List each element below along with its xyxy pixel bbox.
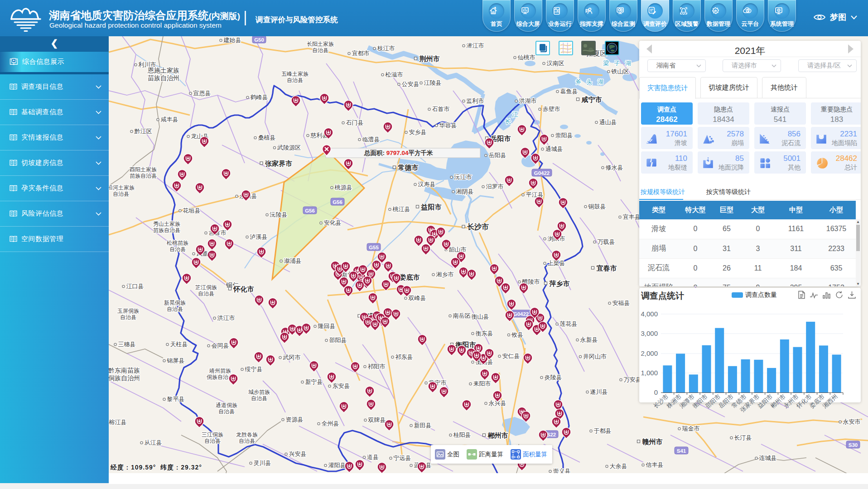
svg-text:4,000: 4,000 xyxy=(641,310,658,318)
svg-text:沅江市: 沅江市 xyxy=(454,174,472,180)
svg-text:娄底市: 娄底市 xyxy=(399,273,420,281)
svg-text:自治县: 自治县 xyxy=(113,191,129,197)
svg-text:自治县: 自治县 xyxy=(218,408,235,415)
svg-text:莲花县: 莲花县 xyxy=(560,320,578,327)
svg-text:靖州苗族: 靖州苗族 xyxy=(209,368,231,374)
svg-text:S30: S30 xyxy=(849,442,858,448)
svg-text:赤壁市: 赤壁市 xyxy=(543,106,560,112)
svg-text:自治县: 自治县 xyxy=(198,290,214,297)
svg-text:三江侗族: 三江侗族 xyxy=(202,431,223,438)
svg-text:遂川县: 遂川县 xyxy=(590,388,608,395)
svg-text:长沙市: 长沙市 xyxy=(467,223,489,231)
svg-text:松滋市: 松滋市 xyxy=(385,71,403,78)
svg-text:S41: S41 xyxy=(677,448,686,454)
svg-text:铜鼓县: 铜鼓县 xyxy=(588,203,606,210)
svg-text:汉南区: 汉南区 xyxy=(547,60,564,67)
svg-text:宜都市: 宜都市 xyxy=(352,50,370,57)
svg-text:嘉鱼县: 嘉鱼县 xyxy=(560,88,578,95)
svg-text:郴州市: 郴州市 xyxy=(487,431,508,439)
svg-text:江陵县: 江陵县 xyxy=(424,79,442,86)
svg-text:监利市: 监利市 xyxy=(467,97,484,104)
svg-text:泸溪县: 泸溪县 xyxy=(250,233,268,240)
svg-text:汉寿县: 汉寿县 xyxy=(418,181,436,188)
svg-text:三穗县: 三穗县 xyxy=(118,341,136,348)
svg-text:恩施土家族: 恩施土家族 xyxy=(147,67,179,74)
svg-text:自治县: 自治县 xyxy=(251,395,267,402)
svg-text:龙胜各族: 龙胜各族 xyxy=(236,431,258,438)
svg-text:G56: G56 xyxy=(333,199,342,205)
svg-text:通山县: 通山县 xyxy=(599,119,617,126)
svg-text:0: 0 xyxy=(654,388,658,396)
svg-text:天柱县: 天柱县 xyxy=(170,341,188,348)
svg-text:1,000: 1,000 xyxy=(641,369,658,377)
svg-text:华容县: 华容县 xyxy=(439,122,457,129)
svg-text:衡东县: 衡东县 xyxy=(476,330,493,337)
svg-text:崇义县: 崇义县 xyxy=(553,468,571,473)
svg-text:五峰土家族: 五峰土家族 xyxy=(281,71,309,77)
svg-text:桃江县: 桃江县 xyxy=(392,206,410,213)
svg-text:汨罗市: 汨罗市 xyxy=(486,183,504,190)
svg-text:G56: G56 xyxy=(305,208,315,213)
svg-text:安乡县: 安乡县 xyxy=(409,129,427,136)
svg-text:梁 子 湖: 梁 子 湖 xyxy=(603,60,633,67)
svg-text:常德市: 常德市 xyxy=(398,164,419,171)
svg-text:自治县: 自治县 xyxy=(204,438,221,444)
svg-text:韶山市: 韶山市 xyxy=(448,246,467,253)
svg-text:苗族自治县: 苗族自治县 xyxy=(130,173,157,179)
svg-text:萍乡市: 萍乡市 xyxy=(549,280,570,287)
svg-text:长汀县: 长汀县 xyxy=(734,434,752,441)
svg-text:石门县: 石门县 xyxy=(346,119,364,126)
svg-text:S22: S22 xyxy=(547,432,556,437)
svg-text:G55: G55 xyxy=(369,245,379,250)
svg-text:G0422: G0422 xyxy=(534,170,550,176)
svg-text:3,000: 3,000 xyxy=(641,329,658,337)
svg-text:侗族自治州: 侗族自治州 xyxy=(109,374,140,382)
svg-text:岳阳县: 岳阳县 xyxy=(489,152,506,159)
svg-text:修水县: 修水县 xyxy=(606,164,623,171)
svg-text:芷江侗族: 芷江侗族 xyxy=(195,284,217,290)
svg-text:通道侗族: 通道侗族 xyxy=(216,402,237,408)
svg-text:锦屏县: 锦屏县 xyxy=(167,357,185,364)
svg-text:自治县: 自治县 xyxy=(312,47,328,53)
svg-text:黔东南苗族: 黔东南苗族 xyxy=(109,367,140,374)
svg-text:宣恩县: 宣恩县 xyxy=(193,90,211,97)
svg-text:全州县: 全州县 xyxy=(322,420,339,427)
svg-text:桃源县: 桃源县 xyxy=(334,184,352,191)
svg-text:公安县: 公安县 xyxy=(402,81,420,87)
svg-text:黔江区: 黔江区 xyxy=(135,128,152,135)
svg-text:苗族自治州: 苗族自治州 xyxy=(148,74,179,82)
svg-text:资源县: 资源县 xyxy=(286,416,304,423)
svg-text:邵阳县: 邵阳县 xyxy=(329,337,347,344)
svg-text:临澧县: 临澧县 xyxy=(362,136,380,143)
svg-text:洪江市: 洪江市 xyxy=(217,315,235,321)
svg-text:宜春市: 宜春市 xyxy=(597,264,617,272)
svg-text:鹤峰县: 鹤峰县 xyxy=(251,94,268,101)
svg-text:自治县: 自治县 xyxy=(239,438,255,444)
svg-text:双牌县: 双牌县 xyxy=(368,416,386,423)
svg-text:大余县: 大余县 xyxy=(610,463,627,470)
svg-text:沿河土家族: 沿河土家族 xyxy=(109,184,135,191)
svg-text:张家界市: 张家界市 xyxy=(265,160,292,167)
svg-text:咸宁市: 咸宁市 xyxy=(581,96,602,103)
svg-text:祁阳市: 祁阳市 xyxy=(368,363,386,370)
svg-text:自治县: 自治县 xyxy=(120,314,136,320)
svg-text:通城县: 通城县 xyxy=(545,145,563,152)
svg-text:井冈山市: 井冈山市 xyxy=(583,353,607,360)
svg-text:长: 长 xyxy=(505,118,511,125)
svg-text:G0422: G0422 xyxy=(513,311,529,317)
svg-text:灵川县: 灵川县 xyxy=(254,460,271,466)
svg-text:攸县: 攸县 xyxy=(511,331,523,338)
svg-text:从江县: 从江县 xyxy=(145,439,162,446)
svg-text:G50: G50 xyxy=(254,37,264,43)
svg-text:玉屏侗族: 玉屏侗族 xyxy=(117,308,139,314)
svg-text:瑞金市: 瑞金市 xyxy=(682,425,700,432)
svg-text:信丰县: 信丰县 xyxy=(646,461,664,468)
svg-text:自治县: 自治县 xyxy=(167,306,183,312)
svg-text:兴安县: 兴安县 xyxy=(289,450,307,457)
svg-text:江: 江 xyxy=(512,111,518,118)
svg-text:炎陵县: 炎陵县 xyxy=(545,374,562,381)
svg-text:道县: 道县 xyxy=(367,454,379,460)
svg-text:建始县: 建始县 xyxy=(223,37,241,44)
svg-text:万安县: 万安县 xyxy=(624,376,641,383)
svg-text:崇阳县: 崇阳县 xyxy=(555,132,573,139)
